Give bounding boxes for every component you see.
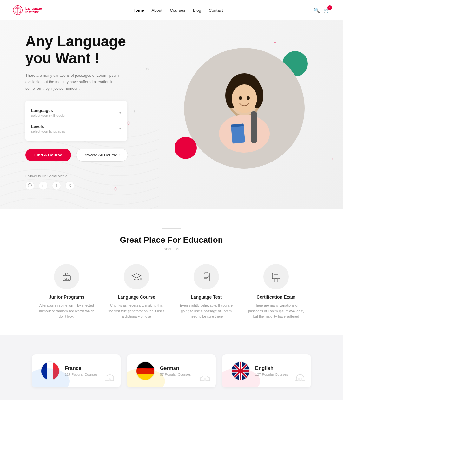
france-card[interactable]: France 127 Popular Courses (32, 354, 121, 387)
social-label: Follow Us On Social Media (25, 174, 159, 178)
france-arch-icon (105, 372, 115, 384)
twitter-icon[interactable]: 𝕏 (65, 181, 74, 190)
linkedin-icon[interactable]: in (39, 181, 48, 190)
hero-image-wrap (178, 38, 311, 184)
section-divider (162, 228, 181, 229)
svg-line-29 (274, 281, 275, 282)
about-section: Great Place For Education About Us ABC J… (0, 209, 343, 335)
svg-point-12 (247, 96, 250, 100)
svg-point-21 (140, 278, 142, 280)
certification-icon (263, 264, 289, 289)
certification-title: Certification Exam (248, 294, 305, 300)
logo-text: Language Institute (25, 6, 42, 14)
svg-rect-36 (204, 378, 206, 381)
feature-junior: ABC Junior Programs Alteration in some f… (38, 264, 95, 320)
country-cards: France 127 Popular Courses German 57 Pop… (13, 354, 330, 387)
svg-rect-34 (109, 378, 111, 381)
svg-rect-47 (298, 378, 300, 381)
language-course-title: Language Course (108, 294, 165, 300)
clipboard-icon (201, 271, 212, 282)
courses-section: France 127 Popular Courses German 57 Pop… (0, 335, 343, 400)
browse-all-button[interactable]: Browse All Course › (76, 149, 128, 162)
hero-buttons: Find A Course Browse All Course › (25, 149, 159, 162)
svg-text:ABC: ABC (64, 277, 70, 280)
svg-point-19 (65, 273, 68, 275)
languages-arrow-icon: ▾ (119, 111, 121, 115)
find-course-button[interactable]: Find A Course (25, 149, 71, 161)
svg-point-10 (232, 84, 257, 113)
hero-heading: Any Language you Want ! (25, 33, 159, 67)
languages-label: Languages (31, 108, 65, 113)
nav-about[interactable]: About (151, 8, 162, 13)
browse-arrow-icon: › (119, 153, 121, 157)
nav-icons: 🔍 🛒 3 (314, 7, 330, 13)
junior-icon: ABC (54, 264, 79, 289)
logo: Language Institute (13, 5, 42, 15)
nav-home[interactable]: Home (132, 8, 144, 13)
certification-desc: There are many variations of passages of… (248, 303, 305, 320)
about-title: Great Place For Education (13, 235, 330, 245)
levels-filter[interactable]: Levels select your languages ▾ (31, 121, 121, 136)
facebook-icon[interactable]: f (52, 181, 61, 190)
svg-rect-22 (203, 273, 209, 281)
uk-flag-svg (232, 361, 249, 380)
hero-left-content: Any Language you Want ! There are many v… (25, 33, 159, 190)
browse-label: Browse All Course (83, 153, 117, 157)
features-grid: ABC Junior Programs Alteration in some f… (13, 264, 330, 320)
junior-desc: Alteration in some form, by injected hum… (38, 303, 95, 320)
german-card[interactable]: German 57 Popular Courses (127, 354, 216, 387)
search-icon[interactable]: 🔍 (314, 7, 320, 13)
english-name: English (255, 366, 302, 371)
language-test-icon (194, 264, 219, 289)
feature-language-test: Language Test Even slightly believable. … (178, 264, 235, 320)
feature-certification: Certification Exam There are many variat… (248, 264, 305, 320)
svg-rect-14 (251, 111, 257, 143)
instagram-icon[interactable]: Ⓘ (25, 181, 34, 190)
certificate-icon (270, 271, 282, 282)
graduation-icon (131, 271, 142, 282)
language-test-desc: Even slightly believable. If you are goi… (178, 303, 235, 320)
cart-button[interactable]: 🛒 3 (324, 7, 330, 13)
social-follow: Follow Us On Social Media Ⓘ in f 𝕏 (25, 174, 159, 190)
feature-language-course: Language Course Chunks as necessary, mak… (108, 264, 165, 320)
nav-links: Home About Courses Blog Contact (132, 8, 223, 13)
language-course-icon (124, 264, 149, 289)
hero-section: » › ♪ Any Language you Want ! There are … (0, 20, 343, 209)
hero-right-content (159, 38, 330, 184)
hero-description: There are many variations of passages of… (25, 72, 121, 92)
abc-icon: ABC (61, 271, 72, 282)
hero-deco-gt: › (332, 156, 333, 162)
levels-placeholder: select your languages (31, 129, 65, 133)
nav-blog[interactable]: Blog (193, 8, 201, 13)
german-name: German (160, 366, 207, 371)
languages-placeholder: select your skill levels (31, 114, 65, 117)
social-icons: Ⓘ in f 𝕏 (25, 181, 159, 190)
student-svg (184, 48, 305, 169)
svg-point-28 (275, 279, 277, 281)
svg-rect-27 (272, 273, 280, 279)
language-test-title: Language Test (178, 294, 235, 300)
navbar: Language Institute Home About Courses Bl… (0, 0, 343, 20)
levels-label: Levels (31, 124, 65, 129)
about-subtitle: About Us (13, 247, 330, 251)
student-photo-circle (184, 48, 305, 169)
france-name: France (65, 366, 112, 371)
english-arch-icon (295, 372, 305, 384)
junior-title: Junior Programs (38, 294, 95, 300)
languages-filter[interactable]: Languages select your skill levels ▾ (31, 105, 121, 121)
english-card[interactable]: English 127 Popular Courses (222, 354, 311, 387)
deco-red-circle (175, 137, 197, 159)
language-course-desc: Chunks as necessary, making this the fir… (108, 303, 165, 320)
filter-box: Languages select your skill levels ▾ Lev… (25, 101, 127, 141)
german-arch-icon (200, 372, 210, 384)
english-flag (231, 361, 250, 380)
logo-icon (13, 5, 23, 15)
svg-rect-48 (301, 378, 302, 381)
svg-point-11 (239, 96, 242, 100)
nav-contact[interactable]: Contact (209, 8, 223, 13)
svg-line-30 (277, 281, 278, 282)
nav-courses[interactable]: Courses (170, 8, 185, 13)
levels-arrow-icon: ▾ (119, 127, 121, 131)
